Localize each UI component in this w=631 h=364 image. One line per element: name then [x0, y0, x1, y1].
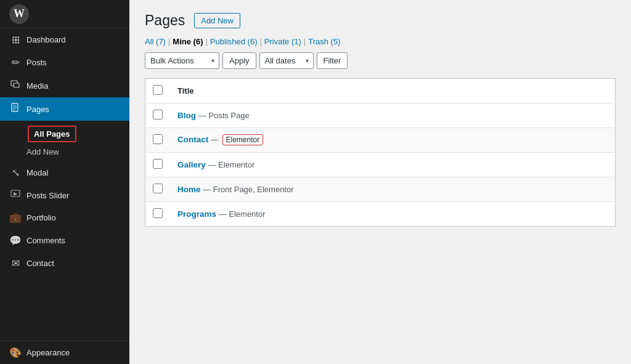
sidebar-logo: W: [0, 0, 129, 28]
table-row: Gallery — Elementor: [145, 152, 616, 177]
row-title-cell: Contact — Elementor: [170, 127, 616, 152]
sidebar-item-dashboard[interactable]: ⊞ Dashboard: [0, 28, 129, 51]
table-header-row: Title: [145, 78, 616, 103]
dates-select[interactable]: All dates: [259, 52, 314, 69]
media-icon: [9, 79, 22, 92]
main-content: Pages Add New All (7) | Mine (6) | Publi…: [129, 0, 631, 364]
sidebar-arrow-icon: [124, 104, 129, 114]
sep2: |: [205, 37, 207, 46]
contact-icon: ✉: [9, 257, 22, 269]
table-row: Blog — Posts Page: [145, 103, 616, 127]
page-title-link[interactable]: Blog: [177, 111, 196, 120]
toolbar: Bulk Actions Edit Move to Trash ▾ Apply …: [145, 52, 616, 69]
sidebar-item-posts-slider[interactable]: Posts Slider: [0, 184, 129, 206]
page-title: Pages: [145, 12, 185, 30]
pages-icon: [9, 103, 22, 115]
sidebar-item-contact[interactable]: ✉ Contact: [0, 252, 129, 275]
sidebar-item-pages[interactable]: Pages: [0, 97, 129, 121]
sidebar-item-appearance[interactable]: 🎨 Appearance: [0, 341, 129, 364]
filter-mine[interactable]: Mine (6): [173, 37, 203, 46]
row-title-cell: Gallery — Elementor: [170, 152, 616, 177]
row-checkbox[interactable]: [153, 208, 163, 218]
comments-icon: 💬: [9, 235, 22, 246]
pages-add-new-sub[interactable]: Add New: [0, 145, 129, 160]
select-all-checkbox[interactable]: [153, 85, 163, 95]
table-row: Contact — Elementor: [145, 127, 616, 152]
pages-table: Title Blog — Posts Page: [145, 78, 616, 227]
page-header: Pages Add New: [145, 12, 616, 30]
sidebar-item-portfolio[interactable]: 💼 Portfolio: [0, 206, 129, 229]
row-checkbox[interactable]: [153, 110, 163, 119]
sidebar-spacer: [0, 275, 129, 341]
page-meta: —: [211, 135, 219, 144]
page-meta: — Posts Page: [198, 111, 250, 120]
posts-icon: ✏: [9, 57, 22, 68]
filter-links: All (7) | Mine (6) | Published (6) | Pri…: [145, 37, 616, 46]
page-title-link[interactable]: Home: [177, 185, 201, 194]
sidebar-item-label: Media: [26, 81, 48, 91]
sep4: |: [304, 37, 306, 46]
title-col: Title: [170, 78, 616, 103]
row-checkbox[interactable]: [153, 159, 163, 169]
modal-icon: ⤡: [9, 167, 22, 179]
bulk-actions-wrapper: Bulk Actions Edit Move to Trash ▾: [145, 52, 219, 69]
sidebar-item-label: Posts: [26, 58, 47, 67]
row-checkbox-cell: [145, 201, 171, 226]
sidebar: W ⊞ Dashboard ✏ Posts Media Pages All Pa…: [0, 0, 129, 364]
all-pages-highlighted[interactable]: All Pages: [0, 123, 129, 145]
wp-logo-icon: W: [9, 4, 29, 24]
dates-wrapper: All dates ▾: [259, 52, 314, 69]
filter-private[interactable]: Private (1): [264, 37, 301, 46]
sidebar-item-label: Modal: [26, 168, 48, 177]
row-checkbox[interactable]: [153, 134, 163, 144]
sidebar-item-comments[interactable]: 💬 Comments: [0, 229, 129, 252]
row-checkbox-cell: [145, 177, 171, 201]
filter-trash[interactable]: Trash (5): [308, 37, 340, 46]
filter-all[interactable]: All (7): [145, 37, 166, 46]
sidebar-item-modal[interactable]: ⤡ Modal: [0, 161, 129, 184]
page-meta: — Elementor: [219, 209, 266, 219]
table-row: Home — Front Page, Elementor: [145, 177, 616, 201]
sidebar-item-label: Appearance: [26, 348, 70, 357]
elementor-badge: Elementor: [222, 134, 264, 145]
all-pages-sub-wrapper: All Pages Add New: [0, 121, 129, 161]
sep3: |: [259, 37, 261, 46]
apply-button[interactable]: Apply: [222, 52, 256, 69]
all-pages-label[interactable]: All Pages: [28, 126, 76, 142]
sidebar-item-label: Posts Slider: [26, 191, 69, 200]
row-checkbox-cell: [145, 152, 171, 177]
sidebar-item-label: Pages: [26, 105, 49, 114]
page-meta: — Front Page, Elementor: [203, 185, 293, 194]
filter-published[interactable]: Published (6): [210, 37, 258, 46]
dashboard-icon: ⊞: [9, 34, 22, 46]
page-title-link[interactable]: Programs: [177, 209, 216, 219]
svg-marker-7: [14, 192, 17, 196]
table-row: Programs — Elementor: [145, 201, 616, 226]
sidebar-item-label: Contact: [26, 259, 54, 268]
bulk-actions-select[interactable]: Bulk Actions Edit Move to Trash: [145, 52, 219, 69]
sidebar-item-posts[interactable]: ✏ Posts: [0, 51, 129, 74]
sidebar-item-media[interactable]: Media: [0, 74, 129, 97]
row-title-cell: Programs — Elementor: [170, 201, 616, 226]
row-checkbox[interactable]: [153, 184, 163, 193]
sep1: |: [168, 37, 170, 46]
row-title-cell: Blog — Posts Page: [170, 103, 616, 127]
add-new-button[interactable]: Add New: [194, 13, 240, 28]
sidebar-item-label: Portfolio: [26, 213, 56, 222]
page-meta: — Elementor: [208, 160, 254, 169]
row-title-cell: Home — Front Page, Elementor: [170, 177, 616, 201]
appearance-icon: 🎨: [9, 347, 22, 358]
select-all-col: [145, 78, 171, 103]
posts-slider-icon: [9, 190, 22, 201]
row-checkbox-cell: [145, 127, 171, 152]
sidebar-item-label: Dashboard: [26, 35, 66, 44]
portfolio-icon: 💼: [9, 212, 22, 224]
page-title-link[interactable]: Gallery: [177, 160, 206, 169]
row-checkbox-cell: [145, 103, 171, 127]
filter-button[interactable]: Filter: [317, 52, 348, 69]
svg-rect-1: [14, 83, 19, 87]
title-col-label: Title: [177, 86, 194, 95]
page-title-link[interactable]: Contact: [177, 135, 208, 144]
sidebar-item-label: Comments: [26, 236, 65, 245]
